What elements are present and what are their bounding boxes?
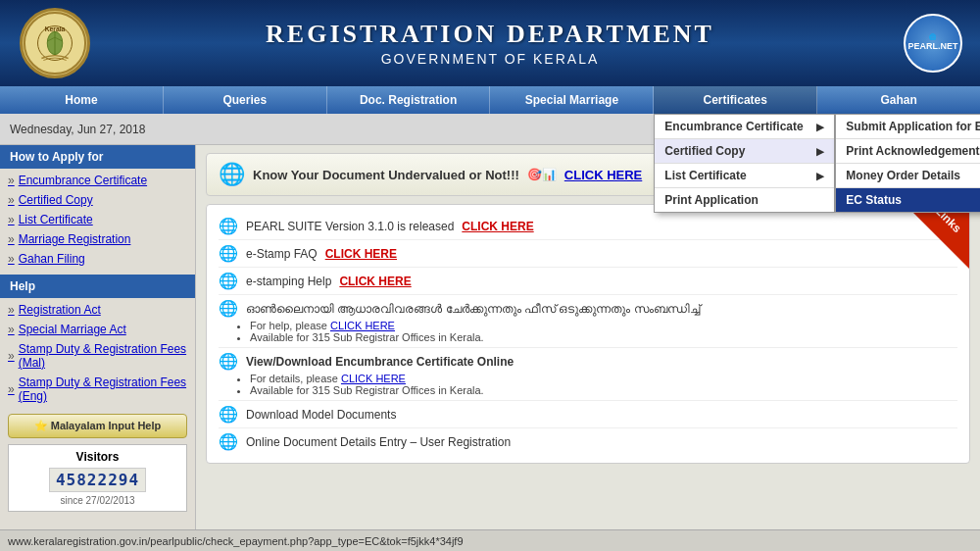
bullet-item: Available for 315 Sub Registrar Offices … [250,331,957,343]
links-badge: Links [906,205,969,269]
sidebar-link-gahan[interactable]: »Gahan Filing [0,249,195,269]
sidebar-link-reg-act[interactable]: »Registration Act [0,300,195,320]
sidebar-link-list-certificate[interactable]: »List Certificate [0,210,195,229]
news-item-doc-entry: 🌐 Online Document Details Entry – User R… [219,428,957,455]
globe-icon: 🌐 [219,217,238,235]
news-text: Online Document Details Entry – User Reg… [246,435,511,449]
status-bar: www.keralaregistration.gov.in/pearlpubli… [0,529,980,551]
malayalam-input-btn[interactable]: ⭐ Malayalam Input Help [8,414,187,438]
bullet-click-here[interactable]: CLICK HERE [341,373,406,384]
certificates-submenu: Submit Application for EC Print Acknowle… [835,114,980,213]
arrow-icon: ▶ [816,171,824,181]
banner-text: Know Your Document Undervalued or Not!!! [253,168,519,182]
bullet-click-here[interactable]: CLICK HERE [330,320,395,331]
how-to-apply-title: How to Apply for [0,145,195,169]
news-item-pearl: 🌐 PEARL SUITE Version 3.1.0 is released … [219,213,957,240]
bullet-list: For details, please CLICK HERE Available… [250,373,957,396]
news-text: Download Model Documents [246,408,396,422]
arrow-icon: ▶ [816,122,824,132]
certificates-dropdown: Encumbrance Certificate ▶ Certified Copy… [654,114,835,213]
help-title: Help [0,275,195,298]
bullet-list: For help, please CLICK HERE Available fo… [250,320,957,343]
news-item-estamp-faq: 🌐 e-Stamp FAQ CLICK HERE [219,240,957,268]
nav-doc-registration[interactable]: Doc. Registration [327,86,491,114]
news-text: e-stamping Help [246,275,331,288]
dropdown-certified-copy[interactable]: Certified Copy ▶ [655,139,834,164]
status-url: www.keralaregistration.gov.in/pearlpubli… [8,535,464,547]
nav-home[interactable]: Home [0,86,164,114]
news-text: View/Download Encumbrance Certificate On… [246,355,514,369]
visitors-since: since 27/02/2013 [14,495,181,506]
sidebar-link-encumbrance[interactable]: »Encumbrance Certificate [0,171,195,190]
news-text: PEARL SUITE Version 3.1.0 is released [246,220,454,233]
nav-special-marriage[interactable]: Special Marriage [490,86,654,114]
news-click-here[interactable]: CLICK HERE [339,275,411,288]
sidebar-link-stamp-mal[interactable]: »Stamp Duty & Registration Fees (Mal) [0,339,195,373]
news-text: ഓൺലൈനായി ആധാരവിവരങ്ങൾ ചേർക്കുന്നതും ഫീസ്… [246,302,700,316]
dropdown-list-certificate[interactable]: List Certificate ▶ [655,164,834,188]
dropdown-encumbrance[interactable]: Encumbrance Certificate ▶ [655,115,834,139]
visitors-count: 45822294 [49,468,146,492]
news-item-online-payment: 🌐 ഓൺലൈനായി ആധാരവിവരങ്ങൾ ചേർക്കുന്നതും ഫീ… [219,295,957,348]
news-item-ec-online: 🌐 View/Download Encumbrance Certificate … [219,348,957,401]
nav-gahan[interactable]: Gahan [817,86,980,114]
visitors-title: Visitors [14,450,181,464]
dropdown-print-application[interactable]: Print Application [655,188,834,212]
nav-queries[interactable]: Queries [164,86,327,114]
kerala-emblem: Kerala [20,8,90,78]
news-section: Links 🌐 PEARL SUITE Version 3.1.0 is rel… [206,204,970,464]
header-title: REGISTRATION DEPARTMENT GOVERNMENT OF KE… [266,20,714,67]
bullet-item: Available for 315 Sub Registrar Offices … [250,384,957,396]
globe-icon: 🌐 [219,244,238,263]
news-text: e-Stamp FAQ [246,247,318,261]
header: Kerala REGISTRATION DEPARTMENT GOVERNMEN… [0,0,980,86]
sidebar-link-stamp-eng[interactable]: »Stamp Duty & Registration Fees (Eng) [0,373,195,406]
submenu-ec-status[interactable]: EC Status [836,188,980,212]
date-display: Wednesday, Jun 27, 2018 [10,123,145,136]
globe-icon: 🌐 [219,272,238,290]
visitors-box: Visitors 45822294 since 27/02/2013 [8,444,187,512]
banner-icon: 🎯📊 [527,168,557,181]
submenu-print-ack[interactable]: Print Acknowledgement [836,139,980,164]
bullet-item: For details, please CLICK HERE [250,373,957,384]
sidebar-link-certified-copy[interactable]: »Certified Copy [0,190,195,210]
news-item-model-docs: 🌐 Download Model Documents [219,401,957,428]
nav-bar: Home Queries Doc. Registration Special M… [0,86,980,114]
submenu-submit-ec[interactable]: Submit Application for EC [836,115,980,139]
globe-icon: 🌐 [219,405,238,424]
globe-icon: 🌐 [219,352,238,371]
sidebar-link-special-marriage-act[interactable]: »Special Marriage Act [0,320,195,339]
globe-icon: 🌐 [219,432,238,451]
news-item-estamping-help: 🌐 e-stamping Help CLICK HERE [219,268,957,295]
bullet-item: For help, please CLICK HERE [250,320,957,331]
submenu-money-order[interactable]: Money Order Details [836,164,980,188]
arrow-icon: ▶ [816,146,824,157]
globe-icon: 🌐 [219,299,238,318]
globe-icon: 🌐 [219,162,245,187]
nav-certificates[interactable]: Certificates Encumbrance Certificate ▶ C… [654,86,817,114]
sidebar-link-marriage[interactable]: »Marriage Registration [0,229,195,249]
news-click-here[interactable]: CLICK HERE [325,247,397,261]
banner-click-here[interactable]: CLICK HERE [564,168,642,182]
news-click-here[interactable]: CLICK HERE [462,220,533,233]
sidebar: How to Apply for »Encumbrance Certificat… [0,145,196,529]
pearl-logo: 🌐 PEARL.NET [904,14,962,73]
